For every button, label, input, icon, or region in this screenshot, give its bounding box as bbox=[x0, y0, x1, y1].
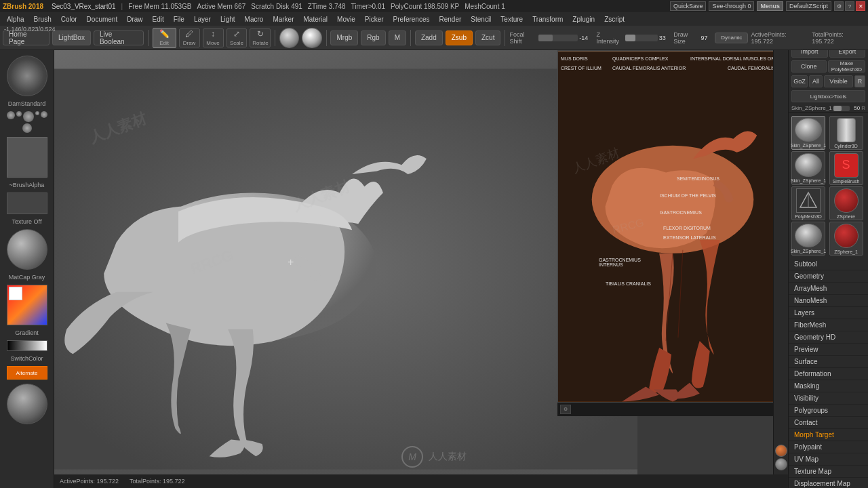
tool-thumb-skin-zsphere-3[interactable]: Skin_ZSphere_1 bbox=[791, 222, 825, 256]
menu-stencil[interactable]: Stencil bbox=[467, 14, 495, 24]
goz-btn[interactable]: GoZ bbox=[791, 75, 808, 87]
menu-fibermesh[interactable]: FiberMesh bbox=[789, 319, 868, 331]
side-btn-2[interactable] bbox=[775, 458, 787, 470]
menu-displacement-map[interactable]: Displacement Map bbox=[789, 478, 868, 488]
close-icon[interactable]: ✕ bbox=[856, 1, 865, 11]
gradient-bar[interactable] bbox=[7, 340, 47, 351]
brush-dot-1[interactable] bbox=[7, 111, 15, 119]
zsub-btn[interactable]: Zsub bbox=[446, 30, 473, 45]
menu-layers[interactable]: Layers bbox=[789, 307, 868, 319]
ref-control-btn[interactable]: ⚙ bbox=[560, 405, 571, 414]
brush-preview[interactable] bbox=[7, 56, 47, 96]
menu-preview[interactable]: Preview bbox=[789, 344, 868, 356]
brush-dot-6[interactable] bbox=[22, 123, 32, 133]
texture-preview[interactable] bbox=[7, 192, 47, 214]
r-btn[interactable]: R bbox=[854, 75, 865, 87]
menu-masking[interactable]: Masking bbox=[789, 380, 868, 392]
env-sphere[interactable] bbox=[7, 384, 47, 424]
menu-macro[interactable]: Macro bbox=[241, 14, 268, 24]
make-polymesh-btn[interactable]: Make PolyMesh3D bbox=[828, 60, 865, 73]
reference-image[interactable]: MUS DORIS QUADRICEPS COMPLEX INTERSPINAL… bbox=[558, 51, 787, 402]
zadd-btn[interactable]: Zadd bbox=[415, 30, 443, 45]
tool-thumb-skin-zsphere-2[interactable]: Skin_ZSphere_1 bbox=[791, 151, 825, 185]
rgb-btn[interactable]: Rgb bbox=[361, 30, 385, 45]
viewport[interactable]: 人人素材 RRCG 人人素材 + bbox=[54, 50, 637, 488]
clone-btn[interactable]: Clone bbox=[791, 60, 827, 73]
menu-polygroups[interactable]: Polygroups bbox=[789, 405, 868, 417]
alternate-btn[interactable]: Alternate bbox=[7, 366, 47, 380]
menu-subtool[interactable]: Subtool bbox=[789, 258, 868, 270]
draw-mode-scale[interactable]: ⤢ Scale bbox=[226, 28, 248, 47]
default-zscript-btn[interactable]: DefaultZScript bbox=[786, 1, 831, 11]
brush-dot-2[interactable] bbox=[16, 111, 22, 117]
tool-thumb-zsphere1[interactable]: ZSphere_1 bbox=[829, 222, 863, 256]
menu-layer[interactable]: Layer bbox=[190, 14, 215, 24]
brush-dot-3[interactable] bbox=[23, 111, 34, 122]
menu-arraymesh[interactable]: ArrayMesh bbox=[789, 283, 868, 295]
quicksave-btn[interactable]: QuickSave bbox=[670, 1, 707, 11]
menu-edit[interactable]: Edit bbox=[149, 14, 168, 24]
menu-color[interactable]: Color bbox=[57, 14, 81, 24]
render-sphere[interactable] bbox=[302, 28, 321, 48]
menu-movie[interactable]: Movie bbox=[333, 14, 359, 24]
viewport-canvas[interactable]: 人人素材 RRCG 人人素材 + bbox=[54, 50, 637, 488]
menu-polypaint[interactable]: Polypaint bbox=[789, 441, 868, 453]
draw-mode-move[interactable]: ↕ Move bbox=[203, 28, 224, 47]
alpha-preview[interactable] bbox=[7, 137, 47, 178]
menu-zplugin[interactable]: Zplugin bbox=[568, 14, 599, 24]
material-sphere[interactable] bbox=[279, 28, 299, 48]
tool-thumb-cylinder3d[interactable]: Cylinder3D bbox=[829, 116, 863, 150]
menu-visibility[interactable]: Visibility bbox=[789, 392, 868, 405]
menu-brush[interactable]: Brush bbox=[30, 14, 56, 24]
tool-thumb-polymesh3d[interactable]: PolyMesh3D bbox=[791, 186, 825, 220]
zcut-btn[interactable]: Zcut bbox=[475, 30, 500, 45]
brush-dot-5[interactable] bbox=[41, 111, 47, 118]
tab-lightbox[interactable]: LightBox bbox=[52, 30, 91, 45]
menu-marker[interactable]: Marker bbox=[269, 14, 298, 24]
draw-mode-rotate[interactable]: ↻ Rotate bbox=[250, 28, 271, 47]
z-intensity-track[interactable] bbox=[625, 35, 658, 41]
menu-texture[interactable]: Texture bbox=[496, 14, 527, 24]
draw-mode-edit[interactable]: ✏️ Edit bbox=[153, 28, 176, 48]
all-btn[interactable]: All bbox=[809, 75, 823, 87]
menu-geometry-hd[interactable]: Geometry HD bbox=[789, 331, 868, 344]
menu-deformation[interactable]: Deformation bbox=[789, 368, 868, 380]
lightbox-tools-sphere[interactable] bbox=[775, 445, 787, 457]
menu-geometry[interactable]: Geometry bbox=[789, 270, 868, 283]
secondary-color[interactable] bbox=[9, 287, 22, 300]
dynamic-btn[interactable]: Dynamic bbox=[715, 33, 748, 43]
m-btn[interactable]: M bbox=[389, 30, 406, 45]
menu-file[interactable]: File bbox=[170, 14, 189, 24]
focal-shift-track[interactable] bbox=[538, 35, 578, 41]
visible-btn[interactable]: Visible bbox=[824, 75, 853, 87]
tool-thumb-skin-zsphere[interactable]: Skin_ZSphere_1 bbox=[791, 116, 825, 150]
menus-btn[interactable]: Menus bbox=[757, 1, 783, 11]
see-through-btn[interactable]: See-through 0 bbox=[709, 1, 754, 11]
menu-uv-map[interactable]: UV Map bbox=[789, 453, 868, 466]
draw-mode-draw[interactable]: 🖊 Draw bbox=[179, 28, 200, 47]
menu-picker[interactable]: Picker bbox=[361, 14, 388, 24]
menu-transform[interactable]: Transform bbox=[528, 14, 567, 24]
menu-nanomesh[interactable]: NanoMesh bbox=[789, 295, 868, 307]
menu-draw[interactable]: Draw bbox=[123, 14, 146, 24]
menu-contact[interactable]: Contact bbox=[789, 417, 868, 429]
menu-morph-target[interactable]: Morph Target bbox=[789, 429, 868, 441]
menu-render[interactable]: Render bbox=[435, 14, 466, 24]
color-swatch[interactable] bbox=[7, 285, 47, 325]
tool-thumb-zsphere[interactable]: ZSphere bbox=[829, 186, 863, 220]
menu-document[interactable]: Document bbox=[83, 14, 122, 24]
menu-material[interactable]: Material bbox=[300, 14, 332, 24]
menu-preferences[interactable]: Preferences bbox=[389, 14, 434, 24]
lightbox-tools-btn[interactable]: Lightbox>Tools bbox=[791, 90, 865, 102]
matcap-preview[interactable] bbox=[7, 229, 47, 270]
top-icon-1[interactable]: ⚙ bbox=[834, 1, 844, 11]
skin-zsphere-track[interactable] bbox=[833, 106, 850, 111]
brush-dot-4[interactable] bbox=[35, 111, 39, 115]
mrgb-btn[interactable]: Mrgb bbox=[330, 30, 358, 45]
menu-light[interactable]: Light bbox=[216, 14, 239, 24]
tab-live-boolean[interactable]: Live Boolean bbox=[94, 30, 144, 45]
menu-texture-map[interactable]: Texture Map bbox=[789, 466, 868, 478]
menu-alpha[interactable]: Alpha bbox=[3, 14, 28, 24]
menu-zscript[interactable]: Zscript bbox=[600, 14, 629, 24]
tool-thumb-simplebrush[interactable]: S SimpleBrush bbox=[829, 151, 863, 185]
